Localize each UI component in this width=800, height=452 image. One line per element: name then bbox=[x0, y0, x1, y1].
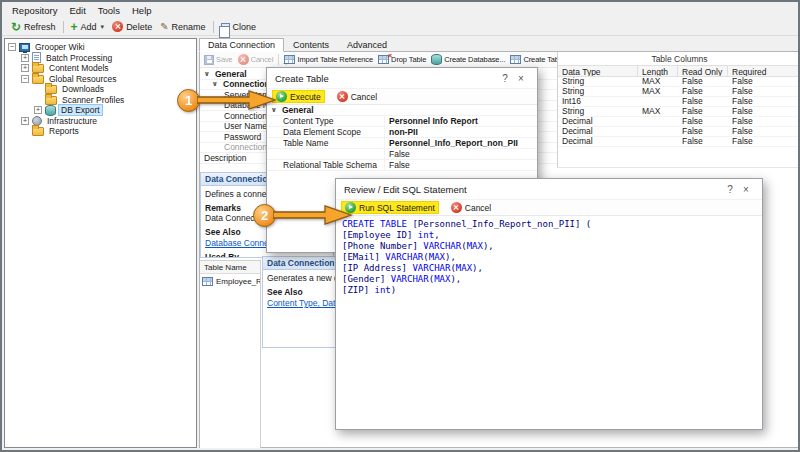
table-columns-row[interactable]: DecimalFalseFalse bbox=[558, 117, 800, 127]
table-columns-row[interactable]: StringMAXFalseFalse bbox=[558, 77, 800, 87]
table-columns-cell: False bbox=[728, 107, 800, 116]
table-columns-row[interactable]: DecimalFalseFalse bbox=[558, 137, 800, 147]
collapse-expander-icon[interactable]: − bbox=[8, 43, 16, 51]
table-name-column-header[interactable]: Table Name bbox=[200, 261, 260, 274]
add-button[interactable]: + Add ▾ bbox=[67, 19, 109, 35]
tree-item-batch-processing[interactable]: + Batch Processing bbox=[5, 53, 196, 63]
menu-repository[interactable]: Repository bbox=[6, 3, 63, 18]
table-list-item[interactable]: Employee_Report_E bbox=[200, 274, 260, 289]
table-columns-cell: False bbox=[678, 107, 728, 116]
tab-data-connection[interactable]: Data Connection bbox=[199, 38, 284, 52]
tree-item-reports[interactable]: Reports bbox=[5, 126, 196, 136]
drop-table-button[interactable]: × Drop Table bbox=[376, 54, 428, 65]
table-name-label: Employee_Report_E bbox=[216, 277, 260, 286]
sql-editor[interactable]: CREATE TABLE [Personnel_Info_Report_non_… bbox=[336, 216, 762, 429]
play-icon bbox=[276, 91, 287, 102]
column-header-required[interactable]: Required bbox=[728, 66, 800, 76]
table-columns-cell: False bbox=[728, 117, 800, 126]
close-button[interactable]: × bbox=[513, 73, 529, 84]
dialog-title-bar[interactable]: Create Table ? × bbox=[267, 68, 537, 88]
table-columns-cell: False bbox=[678, 127, 728, 136]
property-label: Content Type bbox=[267, 116, 385, 126]
save-button[interactable]: Save bbox=[202, 54, 235, 66]
table-columns-row[interactable]: StringMAXFalseFalse bbox=[558, 107, 800, 117]
import-table-reference-button[interactable]: → Import Table Reference bbox=[282, 54, 375, 65]
tree-item-label: Reports bbox=[47, 126, 81, 136]
menu-tools[interactable]: Tools bbox=[92, 3, 126, 18]
grooper-window: Repository Edit Tools Help ↻ Refresh + A… bbox=[0, 0, 800, 452]
column-header-data-type[interactable]: Data Type bbox=[558, 66, 638, 76]
toolbar-separator bbox=[213, 21, 214, 33]
table-columns-cell: False bbox=[728, 97, 800, 106]
tab-advanced[interactable]: Advanced bbox=[338, 38, 396, 52]
menu-help[interactable]: Help bbox=[126, 3, 158, 18]
dialog-title-bar[interactable]: Review / Edit SQL Statement ? × bbox=[336, 179, 762, 199]
property-value: Personnel Info Report bbox=[385, 116, 478, 126]
property-row-data-element-scope[interactable]: Data Element Scope non-PII bbox=[267, 127, 537, 138]
step-1-callout: 1 bbox=[177, 88, 277, 112]
refresh-button[interactable]: ↻ Refresh bbox=[7, 19, 60, 35]
property-value: Personnel_Info_Report_non_PII bbox=[385, 138, 518, 148]
global-resources-folder-icon bbox=[32, 75, 44, 84]
tree-item-label: Batch Processing bbox=[44, 53, 114, 63]
property-row-table-name[interactable]: Table Name Personnel_Info_Report_non_PII bbox=[267, 138, 537, 149]
cancel-button[interactable]: Cancel bbox=[236, 53, 276, 66]
table-columns-row[interactable]: DecimalFalseFalse bbox=[558, 127, 800, 137]
rename-button[interactable]: ✎ Rename bbox=[156, 19, 209, 35]
sql-line: [IP Address] VARCHAR(MAX), bbox=[342, 263, 756, 274]
collapse-expander-icon[interactable]: − bbox=[21, 75, 29, 83]
drop-table-icon: × bbox=[378, 55, 389, 64]
save-label: Save bbox=[216, 55, 233, 64]
table-columns-cell: False bbox=[728, 137, 800, 146]
table-columns-cell: False bbox=[728, 87, 800, 96]
category-label: General bbox=[282, 105, 314, 115]
infrastructure-icon bbox=[32, 116, 42, 126]
table-columns-row[interactable]: Int16FalseFalse bbox=[558, 97, 800, 107]
run-sql-statement-label: Run SQL Statement bbox=[359, 203, 435, 213]
expand-icon[interactable]: + bbox=[21, 64, 29, 72]
execute-button[interactable]: Execute bbox=[272, 90, 325, 103]
help-button[interactable]: ? bbox=[722, 184, 738, 195]
run-sql-statement-button[interactable]: Run SQL Statement bbox=[341, 201, 439, 214]
tree-item-downloads[interactable]: Downloads bbox=[5, 84, 196, 94]
tree-item-label: Downloads bbox=[60, 84, 106, 94]
close-button[interactable]: × bbox=[738, 184, 754, 195]
create-table-button[interactable]: Create Table... bbox=[508, 54, 557, 65]
repository-tree-panel: − Grooper Wiki + Batch Processing + Cont… bbox=[4, 38, 197, 448]
tab-strip: Data Connection Contents Advanced bbox=[199, 38, 396, 52]
tree-item-grooper-wiki[interactable]: − Grooper Wiki bbox=[5, 42, 196, 52]
column-header-length[interactable]: Length bbox=[638, 66, 678, 76]
menu-edit[interactable]: Edit bbox=[63, 3, 91, 18]
table-columns-cell bbox=[638, 127, 678, 136]
import-table-reference-label: Import Table Reference bbox=[297, 55, 373, 64]
property-row-content-type[interactable]: Content Type Personnel Info Report bbox=[267, 116, 537, 127]
table-columns-row[interactable]: StringMAXFalseFalse bbox=[558, 87, 800, 97]
cancel-button[interactable]: Cancel bbox=[333, 90, 381, 103]
cancel-button[interactable]: Cancel bbox=[447, 201, 495, 214]
rename-icon: ✎ bbox=[160, 22, 168, 32]
tree-item-db-export[interactable]: + DB Export bbox=[5, 105, 196, 115]
expand-icon[interactable]: + bbox=[21, 117, 29, 125]
tree-item-label: Global Resources bbox=[47, 74, 119, 84]
delete-label: Delete bbox=[126, 22, 152, 32]
create-table-property-grid: ∨ General Content Type Personnel Info Re… bbox=[267, 105, 537, 171]
delete-button[interactable]: Delete bbox=[108, 19, 156, 35]
property-category-general[interactable]: ∨ General bbox=[267, 105, 537, 116]
tree-item-scanner-profiles[interactable]: Scanner Profiles bbox=[5, 95, 196, 105]
expand-icon[interactable]: + bbox=[21, 54, 29, 62]
help-button[interactable]: ? bbox=[497, 73, 513, 84]
sql-line: [EMail] VARCHAR(MAX), bbox=[342, 252, 756, 263]
clone-button[interactable]: Clone bbox=[217, 19, 261, 35]
create-database-button[interactable]: Create Database... bbox=[429, 53, 507, 66]
tree-item-infrastructure[interactable]: + Infrastructure bbox=[5, 116, 196, 126]
expand-icon[interactable]: + bbox=[34, 106, 42, 114]
tree-item-content-models[interactable]: + Content Models bbox=[5, 63, 196, 73]
property-row-relational-table-schema[interactable]: Relational Table Schema False bbox=[267, 160, 537, 171]
cancel-label: Cancel bbox=[465, 203, 491, 213]
execute-label: Execute bbox=[290, 92, 321, 102]
tree-item-global-resources[interactable]: − Global Resources bbox=[5, 74, 196, 84]
property-row-use-friendly-names[interactable]: False bbox=[267, 149, 537, 160]
table-columns-cell: False bbox=[678, 77, 728, 86]
column-header-read-only[interactable]: Read Only bbox=[678, 66, 728, 76]
tab-contents[interactable]: Contents bbox=[284, 38, 338, 52]
